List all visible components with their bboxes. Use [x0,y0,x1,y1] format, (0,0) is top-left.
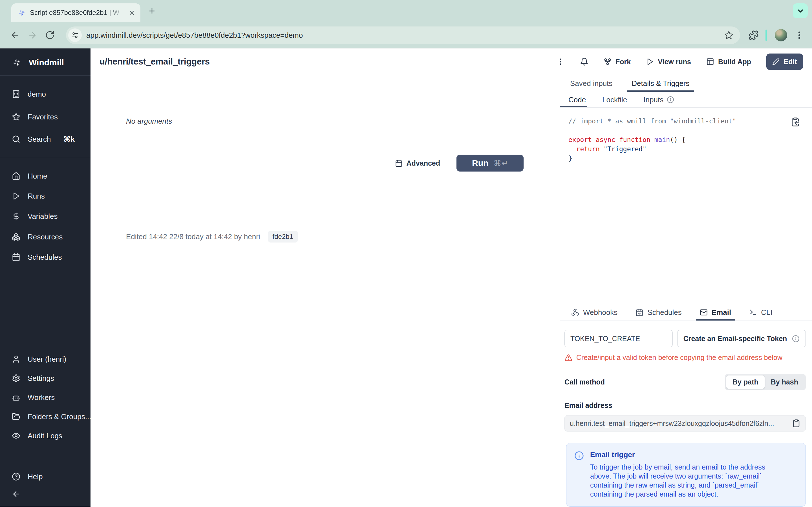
copy-code-icon[interactable] [791,117,800,127]
token-warning-text: Create/input a valid token before copyin… [576,353,782,362]
sidebar-item-workers[interactable]: Workers [0,390,91,405]
tab-title: Script e857be88e0fde2b1 | W [30,9,124,17]
tab-saved-inputs[interactable]: Saved inputs [569,75,613,92]
header-actions: Fork View runs Build App [556,54,803,70]
webhook-icon [571,308,579,316]
robot-icon [12,393,20,402]
no-arguments-text: No arguments [126,117,172,126]
bookmark-star-icon[interactable] [724,31,733,40]
edit-button[interactable]: Edit [766,54,803,70]
code-punctuation: } [568,155,572,162]
reload-icon[interactable] [45,31,55,40]
tab-code[interactable]: Code [568,92,586,107]
sidebar-item-label: Help [28,472,43,481]
sidebar-item-label: Schedules [28,253,62,262]
back-icon[interactable] [10,31,20,40]
boxes-icon [12,233,20,241]
tab-inputs[interactable]: Inputs [644,92,674,107]
sidebar-item-search[interactable]: Search ⌘k [0,131,91,147]
windmill-app: Windmill demo Favorites Search [0,48,812,507]
sidebar-item-label: Resources [28,233,63,241]
sidebar-collapse-button[interactable] [0,486,91,502]
body: No arguments Advanced Run ⌘↵ [91,75,812,507]
folder-open-icon [12,412,20,421]
sidebar-item-label: Search [28,135,51,144]
info-icon [792,335,800,342]
advanced-button[interactable]: Advanced [395,159,440,167]
sidebar: Windmill demo Favorites Search [0,48,91,507]
run-row: Advanced Run ⌘↵ [395,155,523,172]
panel-tabs: Saved inputs Details & Triggers [560,75,812,92]
tab-close-icon[interactable] [129,9,135,16]
site-settings-icon[interactable] [68,29,82,42]
by-hash-option[interactable]: By hash [765,376,804,389]
new-tab-icon[interactable] [148,7,156,15]
sidebar-item-label: User (henri) [28,355,66,363]
view-runs-button[interactable]: View runs [646,58,691,66]
sidebar-item-home[interactable]: Home [0,168,91,184]
fork-button[interactable]: Fork [604,58,631,66]
brand[interactable]: Windmill [0,55,91,70]
token-input[interactable] [564,330,673,347]
windmill-favicon-icon [17,9,26,17]
email-address-value: u.henri.test_email_triggers+mrsw23zlouxg… [570,419,792,428]
dollar-icon [12,212,20,221]
edit-label: Edit [783,58,797,66]
sidebar-divider [0,158,91,158]
tab-lockfile[interactable]: Lockfile [602,92,627,107]
sidebar-item-variables[interactable]: Variables [0,209,91,224]
version-hash-badge[interactable]: fde2b1 [268,231,298,242]
brand-name: Windmill [29,58,64,67]
sidebar-item-user[interactable]: User (henri) [0,351,91,367]
browser-tab[interactable]: Script e857be88e0fde2b1 | W [11,3,140,22]
email-address-field[interactable]: u.henri.test_email_triggers+mrsw23zlouxg… [564,415,806,432]
help-circle-icon [12,472,20,481]
run-button[interactable]: Run ⌘↵ [456,155,523,172]
sidebar-item-favorites[interactable]: Favorites [0,109,91,125]
profile-avatar[interactable] [775,29,787,41]
chevron-down-icon[interactable] [793,3,808,18]
info-circle-icon [574,451,584,499]
create-email-token-button[interactable]: Create an Email-specific Token [677,330,806,347]
build-app-button[interactable]: Build App [706,58,751,66]
sidebar-item-schedules[interactable]: Schedules [0,249,91,265]
by-path-option[interactable]: By path [726,376,765,389]
sidebar-item-workspace[interactable]: demo [0,86,91,102]
more-options-icon[interactable] [556,57,565,66]
browser-menu-icon[interactable] [795,31,804,40]
email-trigger-info-box: Email trigger To trigger the job by emai… [566,443,806,507]
calendar-icon [12,253,20,262]
search-shortcut: ⌘k [63,135,74,144]
forward-icon[interactable] [28,31,37,40]
play-icon [12,192,20,200]
sidebar-item-settings[interactable]: Settings [0,371,91,386]
url-bar[interactable]: app.windmill.dev/scripts/get/e857be88e0f… [66,26,740,44]
sidebar-item-help[interactable]: Help [0,469,91,485]
tab-webhooks[interactable]: Webhooks [571,304,617,321]
tab-schedules[interactable]: Schedules [636,304,681,321]
code-punctuation: () { [670,136,686,144]
tab-schedules-label: Schedules [647,308,681,317]
tab-email[interactable]: Email [700,304,731,321]
alert-triangle-icon [564,354,572,362]
screen: Script e857be88e0fde2b1 | W [0,0,812,507]
bell-icon[interactable] [580,57,589,66]
copy-address-icon[interactable] [792,419,801,428]
sidebar-item-resources[interactable]: Resources [0,229,91,245]
build-app-label: Build App [718,58,751,66]
terminal-icon [749,308,757,316]
git-fork-icon [604,58,612,66]
tab-cli[interactable]: CLI [749,304,772,321]
tab-inputs-label: Inputs [644,96,663,104]
gear-icon [12,374,20,383]
run-area: No arguments Advanced Run ⌘↵ [91,75,560,507]
sidebar-item-folders-groups[interactable]: Folders & Groups... [0,409,91,425]
sidebar-item-runs[interactable]: Runs [0,188,91,204]
code-viewer[interactable]: // import * as wmill from "windmill-clie… [560,108,812,304]
code-string: "Triggered" [604,145,647,153]
tab-details-triggers[interactable]: Details & Triggers [630,75,691,92]
extensions-puzzle-icon[interactable] [749,30,759,40]
sidebar-item-audit-logs[interactable]: Audit Logs [0,428,91,444]
eye-icon [12,432,20,440]
sidebar-item-label: demo [28,90,46,99]
